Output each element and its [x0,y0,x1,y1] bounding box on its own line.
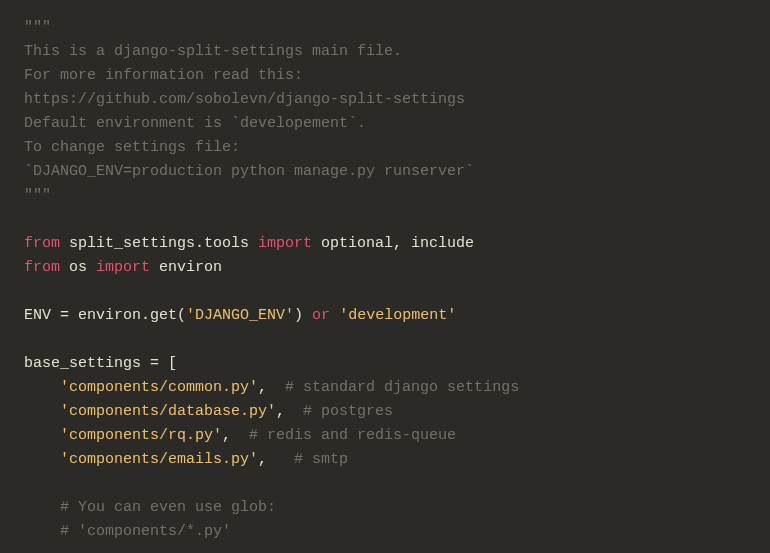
docstring-line: https://github.com/sobolevn/django-split… [24,91,465,108]
keyword-import: import [96,259,150,276]
import-names: optional, include [312,235,474,252]
docstring-line: This is a django-split-settings main fil… [24,43,402,60]
equals: = [150,355,159,372]
comma: , [222,427,231,444]
docstring-close: """ [24,187,51,204]
string-literal: 'development' [330,307,456,324]
keyword-from: from [24,259,60,276]
indent [24,427,60,444]
env-call-close: ) [294,307,312,324]
base-var: base_settings [24,355,150,372]
indent [24,523,60,540]
comment: # 'components/*.py' [60,523,231,540]
comment: # redis and redis-queue [249,427,456,444]
code-block: """ This is a django-split-settings main… [0,0,770,553]
docstring-line: Default environment is `developement`. [24,115,366,132]
comment: # smtp [294,451,348,468]
indent [24,403,60,420]
keyword-import: import [258,235,312,252]
comma: , [258,379,267,396]
docstring-open: """ [24,19,51,36]
list-item-string: 'components/database.py' [60,403,276,420]
gap [267,379,285,396]
gap [231,427,249,444]
list-item-string: 'components/emails.py' [60,451,258,468]
import-module: split_settings.tools [60,235,258,252]
bracket-open: [ [159,355,177,372]
equals: = [60,307,69,324]
gap [267,451,294,468]
import-module: os [60,259,96,276]
comment: # postgres [303,403,393,420]
import-names: environ [150,259,222,276]
gap [285,403,303,420]
comment: # You can even use glob: [60,499,276,516]
docstring-line: `DJANGO_ENV=production python manage.py … [24,163,474,180]
env-call: environ.get( [69,307,186,324]
comma: , [258,451,267,468]
indent [24,499,60,516]
keyword-or: or [312,307,330,324]
list-item-string: 'components/common.py' [60,379,258,396]
indent [24,379,60,396]
keyword-from: from [24,235,60,252]
list-item-string: 'components/rq.py' [60,427,222,444]
string-literal: 'DJANGO_ENV' [186,307,294,324]
indent [24,451,60,468]
comma: , [276,403,285,420]
env-var: ENV [24,307,60,324]
comment: # standard django settings [285,379,519,396]
docstring-line: For more information read this: [24,67,303,84]
docstring-line: To change settings file: [24,139,240,156]
